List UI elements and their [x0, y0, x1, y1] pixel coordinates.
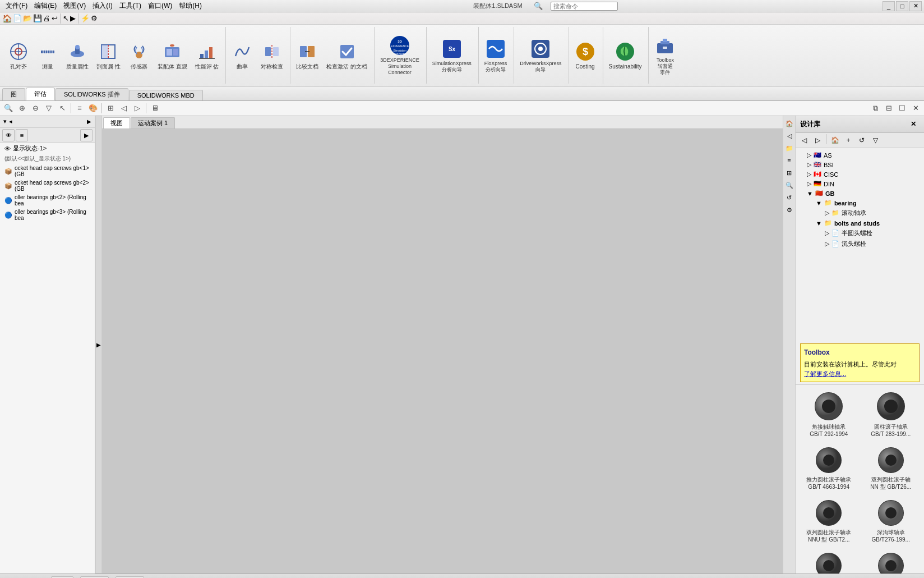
tool-costing[interactable]: $ Costing	[571, 30, 599, 81]
tab-evaluate[interactable]: 评估	[26, 88, 55, 100]
tree-item-display-state[interactable]: 👁 显示状态-1>	[0, 143, 95, 154]
expand-icon[interactable]: ▾	[3, 118, 7, 125]
tool-check-active[interactable]: 检查激活 的文档	[323, 30, 371, 81]
icon-zoom-in[interactable]: ⊕	[16, 102, 28, 114]
tree-bsi[interactable]: ▷ 🇬🇧 BSI	[796, 160, 924, 169]
tree-item-bearing2[interactable]: 🔵 oller bearings gb<2> (Rolling bea	[0, 193, 95, 208]
quick-open-icon[interactable]: 📂	[23, 14, 32, 22]
arrow-right-btn[interactable]: ▶	[80, 129, 93, 141]
tool-assembly-visual[interactable]: 装配体 直观	[154, 30, 191, 81]
menu-edit[interactable]: 编辑(E)	[31, 0, 60, 12]
tree-gb[interactable]: ▼ 🇨🇳 GB	[796, 189, 924, 198]
quick-rebuild-icon[interactable]: ⚡	[81, 14, 90, 22]
icon-layers[interactable]: ≡	[73, 102, 86, 114]
view-icon-btn[interactable]: 👁	[2, 129, 15, 141]
quick-more-icon[interactable]: ▶	[70, 14, 76, 22]
tree-as[interactable]: ▷ 🇦🇺 AS	[796, 150, 924, 160]
bearing-item-5[interactable]: 双列圆柱滚子轴承NNU 型 GB/T2...	[800, 497, 858, 545]
inner-tab-motion[interactable]: 运动案例 1	[131, 117, 175, 129]
rp-home[interactable]: 🏠	[829, 134, 841, 146]
panel-expand-handle[interactable]: ▶	[95, 116, 102, 574]
tree-bolts-folder[interactable]: ▼ 📁 bolts and studs	[796, 218, 924, 228]
inner-tab-view[interactable]: 视图	[103, 117, 130, 129]
icon-display[interactable]: 🖥	[149, 102, 161, 114]
rv-search[interactable]: 🔍	[784, 180, 795, 191]
close-view-btn[interactable]: ✕	[909, 102, 922, 114]
rp-btn-2[interactable]: ▷	[811, 134, 824, 146]
quick-options-icon[interactable]: ⚙	[91, 14, 98, 22]
tool-performance[interactable]: 性能评 估	[192, 30, 223, 81]
right-close-btn[interactable]: ✕	[907, 118, 920, 130]
tool-sustainability[interactable]: Sustainability	[606, 30, 645, 81]
bearing-item-8[interactable]: 凸缘外圆微型凸球轴承 GB/T7...	[862, 550, 920, 574]
quick-undo-icon[interactable]: ↩	[52, 14, 58, 22]
menu-tools[interactable]: 工具(T)	[116, 0, 145, 12]
tree-item-screw2[interactable]: 📦 ocket head cap screws gb<2> (GB	[0, 178, 95, 193]
tool-symmetry-check[interactable]: 对称检查	[257, 30, 287, 81]
minimize-button[interactable]: _	[883, 1, 895, 11]
rv-home[interactable]: 🏠	[784, 118, 795, 129]
quick-home-icon[interactable]: 🏠	[2, 14, 12, 23]
tool-toolbox-convert[interactable]: Toolbox转普通零件	[651, 30, 679, 81]
tool-mass-properties[interactable]: 质量属性	[63, 30, 92, 81]
quick-new-icon[interactable]: 📄	[13, 14, 22, 22]
tree-item-screw1[interactable]: 📦 ocket head cap screws gb<1> (GB	[0, 164, 95, 178]
rv-grid[interactable]: ⊞	[784, 167, 795, 178]
tree-cisc[interactable]: ▷ 🇨🇦 CISC	[796, 169, 924, 179]
rp-refresh[interactable]: ↺	[856, 134, 868, 146]
tool-section[interactable]: 剖面属 性	[93, 30, 124, 81]
rp-add[interactable]: +	[842, 134, 854, 146]
rv-settings[interactable]: ⚙	[784, 204, 795, 215]
bearing-item-6[interactable]: 深沟球轴承GB/T276-199...	[862, 497, 920, 545]
rv-list[interactable]: ≡	[784, 155, 795, 166]
icon-filter[interactable]: ▽	[43, 102, 55, 114]
menu-insert[interactable]: 插入(I)	[89, 0, 116, 12]
icon-grid[interactable]: ⊞	[104, 102, 117, 114]
tree-din[interactable]: ▷ 🇩🇪 DIN	[796, 179, 924, 189]
tool-driveworksxpress[interactable]: DriveWorksXpress向导	[516, 30, 565, 81]
tree-bearing-folder[interactable]: ▼ 📁 bearing	[796, 198, 924, 208]
icon-zoom-out[interactable]: ⊖	[29, 102, 41, 114]
search-input[interactable]	[551, 2, 618, 11]
maximize-button[interactable]: □	[896, 1, 908, 11]
tool-measure[interactable]: 测量	[34, 30, 62, 81]
close-button[interactable]: ✕	[909, 1, 922, 11]
icon-arrow-right[interactable]: ▷	[131, 102, 144, 114]
rp-btn-1[interactable]: ◁	[798, 134, 810, 146]
panel-arrow[interactable]: ▶	[87, 118, 91, 125]
quick-select-icon[interactable]: ↖	[63, 14, 69, 22]
bearing-item-7[interactable]: 双列角接触球轴承GB/T 296-1994	[800, 550, 858, 574]
tree-item-default[interactable]: (默认<<默认_显示状态 1>)	[0, 154, 95, 164]
quick-save-icon[interactable]: 💾	[33, 14, 42, 22]
rv-back[interactable]: ◁	[784, 130, 795, 141]
tool-curvature[interactable]: 曲率	[228, 30, 256, 81]
collapse-icon[interactable]: ◂	[9, 118, 12, 125]
icon-arrow-left[interactable]: ◁	[118, 102, 130, 114]
tree-rolling-bearing[interactable]: ▷ 📁 滚动轴承	[796, 208, 924, 218]
icon-palette[interactable]: 🎨	[87, 102, 99, 114]
tree-item-bearing3[interactable]: 🔵 oller bearings gb<3> (Rolling bea	[0, 208, 95, 222]
promo-link[interactable]: 了解更多信息...	[804, 369, 916, 379]
menu-help[interactable]: 帮助(H)	[175, 0, 205, 12]
tab-sw-mbd[interactable]: SOLIDWORKS MBD	[129, 90, 203, 100]
tree-semi-bolt[interactable]: ▷ 📄 半圆头螺栓	[796, 228, 924, 238]
menu-file[interactable]: 文件(F)	[2, 0, 31, 12]
icon-search[interactable]: 🔍	[2, 102, 15, 114]
restore-btn[interactable]: ⧉	[869, 102, 881, 114]
bearing-item-2[interactable]: 圆柱滚子轴承GB/T 283-199...	[862, 389, 920, 440]
bearing-item-1[interactable]: 角接触球轴承GB/T 292-1994	[800, 389, 858, 440]
rp-filter[interactable]: ▽	[869, 134, 881, 146]
tool-compare-doc[interactable]: 比较文档	[293, 30, 322, 81]
dock-btn[interactable]: ⊟	[883, 102, 895, 114]
quick-print-icon[interactable]: 🖨	[43, 14, 50, 22]
rv-folder[interactable]: 📁	[784, 143, 795, 154]
list-icon-btn[interactable]: ≡	[16, 129, 28, 141]
tree-countersink-bolt[interactable]: ▷ 📄 沉头螺栓	[796, 238, 924, 249]
tool-simulationxpress[interactable]: Sx SimulationXpress分析向导	[429, 30, 475, 81]
bearing-item-3[interactable]: 推力圆柱滚子轴承GB/T 4663-1994	[800, 444, 858, 493]
tab-sw-plugins[interactable]: SOLIDWORKS 插件	[56, 88, 128, 100]
rv-refresh[interactable]: ↺	[784, 192, 795, 203]
tool-hole-align[interactable]: 孔对齐	[4, 30, 33, 81]
bearing-item-4[interactable]: 双列圆柱滚子轴NN 型 GB/T26...	[862, 444, 920, 493]
tool-floxpress[interactable]: FloXpress分析向导	[481, 30, 511, 81]
